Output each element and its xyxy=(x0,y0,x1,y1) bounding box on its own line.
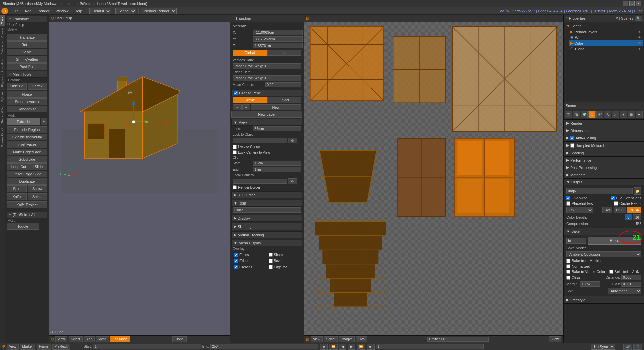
subdivide-btn[interactable]: Subdivide xyxy=(7,156,47,163)
randomize-btn[interactable]: Randomize xyxy=(7,106,47,112)
local-cam-dot-btn[interactable]: ⊙ xyxy=(288,178,297,184)
bake-header[interactable]: ▼ Bake xyxy=(564,228,644,235)
local-btn[interactable]: Local xyxy=(267,50,301,56)
selected-to-active-cb[interactable] xyxy=(609,270,613,274)
end-frame-input[interactable] xyxy=(210,344,318,349)
cd-8-btn[interactable]: 8 xyxy=(625,214,632,220)
spin-btn[interactable]: Spin xyxy=(7,185,27,192)
vertex-btn[interactable]: Vertex xyxy=(28,83,48,90)
extrude-region-btn[interactable]: Extrude Region xyxy=(7,126,47,133)
x-input[interactable] xyxy=(253,30,303,35)
help-menu[interactable]: Help xyxy=(72,8,85,14)
translate-btn[interactable]: Translate xyxy=(7,34,47,41)
cache-result-cb[interactable] xyxy=(614,201,618,206)
extrude-btn[interactable]: Extrude xyxy=(7,118,40,125)
new-layer-btn[interactable]: New Layer xyxy=(231,111,302,118)
bake-mode-select[interactable]: Ambient Occlusion xyxy=(566,251,641,257)
mean-bevel-e-btn[interactable]: Mean Bevel Weig: 0.00 xyxy=(233,75,301,81)
jump-end-btn[interactable]: ⏭ xyxy=(367,344,375,350)
maximize-btn[interactable]: □ xyxy=(629,1,635,6)
inset-faces-btn[interactable]: Inset Faces xyxy=(7,141,47,148)
uv-uvs-btn[interactable]: UVs xyxy=(356,336,367,342)
distance-input[interactable] xyxy=(621,275,641,280)
dimensions-header[interactable]: ▶ Dimensions xyxy=(564,127,644,134)
constraints-icon-btn[interactable]: 🔗 xyxy=(596,111,603,118)
edges-cb[interactable] xyxy=(234,259,238,263)
outliner-search-btn[interactable]: 🔍 xyxy=(635,16,642,21)
smooth-vertex-btn[interactable]: Smooth Vertex xyxy=(7,98,47,105)
screw-btn[interactable]: Screw xyxy=(28,185,48,192)
plane-item[interactable]: ⬡ Plane 👁 xyxy=(569,46,643,52)
next-frame-btn[interactable]: ⏩ xyxy=(357,344,365,350)
mesh-btn[interactable]: Mesh xyxy=(96,336,109,342)
format-selector[interactable]: PNG xyxy=(566,207,593,213)
item-name-input[interactable] xyxy=(233,207,301,213)
item-header[interactable]: ▼ Item xyxy=(231,200,302,207)
knife-btn[interactable]: Knife xyxy=(7,193,27,200)
shrink-fatten-btn[interactable]: Shrink/Fatten xyxy=(7,56,47,63)
uv-select-btn[interactable]: Select xyxy=(324,336,338,342)
render-menu[interactable]: Render xyxy=(35,8,52,14)
scene-icon-btn[interactable]: 🎭 xyxy=(573,111,580,118)
tab-relations[interactable]: Relations xyxy=(0,40,5,57)
duplicate-btn[interactable]: Duplicate xyxy=(7,178,47,185)
grease-pencil-cb[interactable] xyxy=(234,91,238,95)
tab-physics[interactable]: Physics xyxy=(0,74,5,89)
extrude-individual-btn[interactable]: Extrude Individual xyxy=(7,134,47,140)
cd-16-btn[interactable]: 16 xyxy=(633,214,641,220)
offset-edge-slide-btn[interactable]: Offset Edge Slide xyxy=(7,171,47,177)
tab-options[interactable]: Options xyxy=(0,89,5,104)
current-frame-input[interactable] xyxy=(376,344,484,349)
clip-start-input[interactable] xyxy=(253,161,301,166)
noise-btn[interactable]: Noise xyxy=(7,91,47,98)
play-btn[interactable]: ▶ xyxy=(348,344,355,350)
aa-cb[interactable] xyxy=(570,136,574,140)
shading-right-header[interactable]: ▶ Shading xyxy=(564,149,644,156)
bake-text-input[interactable] xyxy=(566,238,586,244)
perf-header[interactable]: ▶ Performance xyxy=(564,157,644,164)
edit-mode-btn[interactable]: Edit Mode xyxy=(110,336,130,342)
grease-pencil-header[interactable]: Grease Pencil xyxy=(231,90,302,96)
object-btn[interactable]: Object xyxy=(267,97,301,103)
sync-selector[interactable]: No Sync xyxy=(591,344,615,350)
jump-start-btn[interactable]: ⏮ xyxy=(320,344,328,350)
prev-frame-btn[interactable]: ⏪ xyxy=(329,344,338,350)
z-input[interactable] xyxy=(253,43,303,48)
render-layers-item[interactable]: ▶ RenderLayers 👁 xyxy=(569,29,643,35)
mean-bevel-v-btn[interactable]: Mean Bevel Weig: 0.00 xyxy=(233,63,301,69)
world-icon-btn[interactable]: 🌍 xyxy=(581,111,588,118)
make-edge-face-btn[interactable]: Make Edge/Face xyxy=(7,149,47,155)
select-btn-footer[interactable]: Select xyxy=(69,336,83,342)
tab-tools[interactable]: Tools xyxy=(0,15,5,26)
smb-header[interactable]: ▶ Sampled Motion Blur xyxy=(564,142,644,149)
layout-selector[interactable]: Default xyxy=(89,8,111,14)
mesh-tools-header[interactable]: ▼ Mesh Tools xyxy=(7,71,47,78)
y-input[interactable] xyxy=(253,36,303,42)
rgb-btn[interactable]: RGB xyxy=(614,207,626,213)
loop-cut-slide-btn[interactable]: Loop Cut and Slide xyxy=(7,163,47,170)
new-gp-btn[interactable]: New xyxy=(251,104,301,110)
freestyle-header[interactable]: ▶ Freestyle xyxy=(564,296,644,303)
bevel-cb[interactable] xyxy=(269,259,273,263)
split-select[interactable]: Automatic xyxy=(608,288,641,294)
tab-animation[interactable]: Animation xyxy=(0,57,5,74)
timeline-extra-btn[interactable]: 🎵 xyxy=(633,344,642,350)
play-back-btn[interactable]: ◀ xyxy=(339,344,346,350)
uv-image-name[interactable] xyxy=(427,337,489,342)
uv-image-btn[interactable]: Image* xyxy=(339,336,355,342)
uv-view-btn[interactable]: View xyxy=(311,336,323,342)
tab-create[interactable]: Create xyxy=(0,26,5,40)
knife-project-btn[interactable]: Knife Project xyxy=(7,201,47,208)
scale-btn[interactable]: Scale xyxy=(7,49,47,55)
motion-tracking-header[interactable]: ▶ Motion Tracking xyxy=(231,231,302,238)
add-btn-footer[interactable]: Add xyxy=(84,336,95,342)
slide-ed-btn[interactable]: Slide Ed xyxy=(7,83,27,90)
data-icon-btn[interactable]: △ xyxy=(612,111,619,118)
cursor-header[interactable]: ▶ 3D Cursor xyxy=(231,191,302,198)
clip-end-input[interactable] xyxy=(253,167,301,172)
gp-pencil-btn[interactable]: ✏ xyxy=(233,104,241,110)
scene-btn[interactable]: Scene xyxy=(233,97,267,103)
lens-input[interactable] xyxy=(253,126,301,131)
world-item[interactable]: ◉ World 👁 xyxy=(569,35,643,40)
margin-input[interactable] xyxy=(580,281,600,287)
